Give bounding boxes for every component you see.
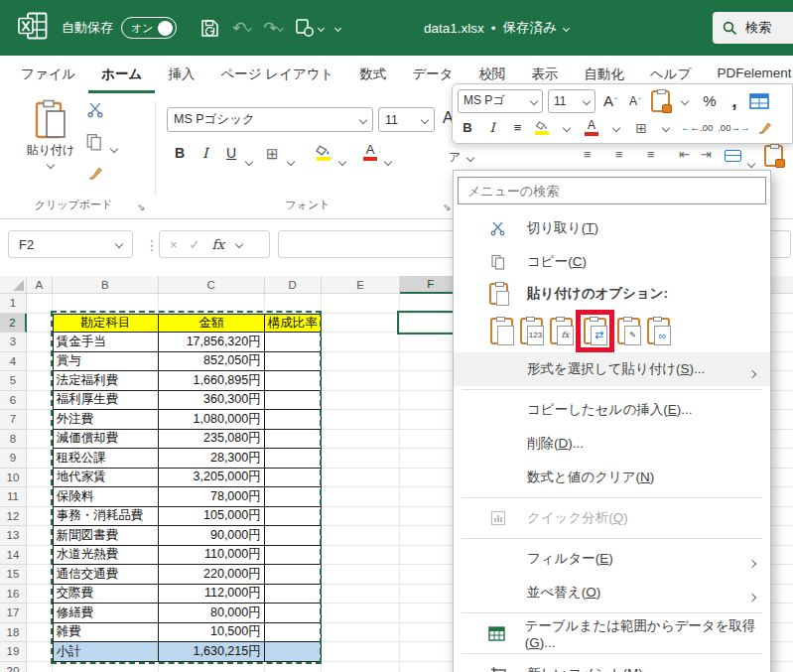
row-header-5[interactable]: 5 (0, 371, 27, 391)
cell-B8[interactable]: 減価償却費 (53, 430, 159, 450)
row-header-12[interactable]: 12 (0, 507, 27, 527)
cell-A9[interactable] (27, 449, 53, 469)
cell-E3[interactable] (322, 333, 401, 352)
cell-K3[interactable] (770, 333, 793, 352)
cell-B17[interactable]: 修繕費 (53, 604, 159, 623)
column-header-K[interactable]: K (770, 276, 793, 294)
cell-A16[interactable] (27, 585, 53, 605)
paste-option-transpose[interactable]: ⇄ (584, 318, 606, 344)
tab-数式[interactable]: 数式 (346, 56, 399, 93)
cell-K6[interactable] (770, 391, 793, 411)
cell-E6[interactable] (322, 391, 401, 411)
cell-C16[interactable]: 112,000円 (159, 585, 265, 605)
cell-C6[interactable]: 360,300円 (159, 391, 265, 411)
underline-chevron-icon[interactable] (246, 151, 252, 169)
menu-item-フィルター[interactable]: フィルター(E) (454, 542, 770, 576)
cell-A1[interactable] (27, 294, 53, 314)
cell-C18[interactable]: 10,500円 (159, 623, 265, 643)
cell-K15[interactable] (770, 565, 793, 585)
cell-A18[interactable] (27, 623, 53, 643)
cell-E10[interactable] (322, 469, 401, 488)
cell-D12[interactable] (265, 507, 322, 527)
cell-C11[interactable]: 78,000円 (159, 487, 265, 507)
cell-B2[interactable]: 勘定科目 (53, 314, 159, 334)
italic-button[interactable]: I (202, 145, 208, 161)
paste-option-link[interactable]: ∞ (647, 318, 670, 344)
cell-K8[interactable] (770, 430, 793, 450)
cell-E17[interactable] (322, 604, 401, 623)
row-header-20[interactable]: 20 (0, 662, 27, 672)
align-top-icon[interactable]: ≡ (584, 147, 591, 162)
mini-shrink-font-icon[interactable]: Aˇ (625, 89, 645, 113)
cell-B1[interactable] (53, 294, 159, 314)
cell-D13[interactable] (265, 526, 322, 546)
cell-B9[interactable]: 租税公課 (53, 449, 159, 469)
cell-E20[interactable] (322, 662, 401, 672)
menu-item-切り取り[interactable]: 切り取り(T) (454, 211, 770, 245)
cell-C5[interactable]: 1,660,895円 (159, 371, 265, 391)
paste-data-type-icon[interactable] (764, 145, 783, 171)
cell-A11[interactable] (27, 487, 53, 507)
cell-C20[interactable] (159, 662, 265, 672)
cell-D10[interactable] (265, 469, 322, 488)
clipboard-dialog-launcher-icon[interactable]: ⇘ (137, 202, 145, 212)
cell-A2[interactable] (27, 314, 53, 334)
touch-mouse-mode-icon[interactable] (290, 13, 329, 43)
cell-D18[interactable] (265, 623, 322, 643)
fill-color-icon[interactable] (316, 145, 330, 161)
cell-A4[interactable] (27, 352, 53, 372)
mini-font-name-combo[interactable]: MS Pゴ (458, 89, 543, 113)
cell-A7[interactable] (27, 410, 53, 430)
mini-decrease-decimal-icon[interactable]: ←←.00 (681, 116, 713, 140)
mini-paste-options-icon[interactable] (650, 89, 670, 113)
cell-C4[interactable]: 852,050円 (159, 352, 265, 372)
customize-qat-chevron-icon[interactable] (330, 13, 345, 43)
merge-center-icon[interactable] (725, 148, 741, 166)
cell-C19[interactable]: 1,630,215円 (159, 642, 265, 662)
mini-borders-chevron-icon[interactable] (656, 116, 676, 140)
cell-E1[interactable] (322, 294, 401, 314)
cell-C3[interactable]: 17,856,320円 (159, 333, 265, 352)
menu-item-新しいコメント[interactable]: 新しいコメント(M) (454, 657, 770, 672)
cell-C2[interactable]: 金額 (159, 314, 265, 334)
cell-D16[interactable] (265, 585, 322, 605)
row-header-14[interactable]: 14 (0, 546, 27, 566)
cell-C12[interactable]: 105,000円 (159, 507, 265, 527)
cell-A12[interactable] (27, 507, 53, 527)
row-header-19[interactable]: 19 (0, 642, 27, 662)
cell-E14[interactable] (322, 546, 401, 566)
cell-K4[interactable] (770, 352, 793, 372)
cell-K20[interactable] (770, 662, 793, 672)
mini-paste-chevron-icon[interactable] (675, 89, 695, 113)
enter-icon[interactable]: ✓ (190, 237, 200, 252)
fill-color-chevron-icon[interactable] (339, 151, 345, 169)
document-title[interactable]: data1.xlsx • 保存済み (424, 0, 569, 56)
font-color-icon[interactable]: A (363, 143, 377, 161)
decrease-indent-icon[interactable]: ⇤ (679, 147, 689, 162)
select-all-corner[interactable] (0, 276, 27, 294)
cell-E4[interactable] (322, 352, 401, 372)
cell-B18[interactable]: 雑費 (53, 623, 159, 643)
mini-increase-decimal-icon[interactable]: .00→→ (718, 116, 749, 140)
menu-item-コピーしたセルの挿入[interactable]: コピーしたセルの挿入(E)... (454, 393, 770, 427)
cell-D11[interactable] (265, 487, 322, 507)
cell-E9[interactable] (322, 449, 401, 469)
mini-borders-icon[interactable]: ⊞ (631, 116, 651, 140)
cell-A6[interactable] (27, 391, 53, 411)
row-header-4[interactable]: 4 (0, 352, 27, 372)
mini-bold-button[interactable]: B (458, 116, 477, 140)
column-header-D[interactable]: D (265, 276, 322, 294)
copy-chevron-icon[interactable] (111, 138, 117, 156)
row-header-9[interactable]: 9 (0, 449, 27, 469)
cell-D3[interactable] (265, 333, 322, 352)
cell-C8[interactable]: 235,080円 (159, 430, 265, 450)
cell-C7[interactable]: 1,080,000円 (159, 410, 265, 430)
cell-K5[interactable] (770, 371, 793, 391)
cell-K7[interactable] (770, 410, 793, 430)
search-input[interactable]: 検索 (713, 12, 793, 44)
menu-item-並べ替え[interactable]: 並べ替え(O) (454, 576, 770, 609)
column-header-B[interactable]: B (53, 276, 159, 294)
row-header-16[interactable]: 16 (0, 585, 27, 605)
row-header-1[interactable]: 1 (0, 294, 27, 314)
cell-A5[interactable] (27, 371, 53, 391)
